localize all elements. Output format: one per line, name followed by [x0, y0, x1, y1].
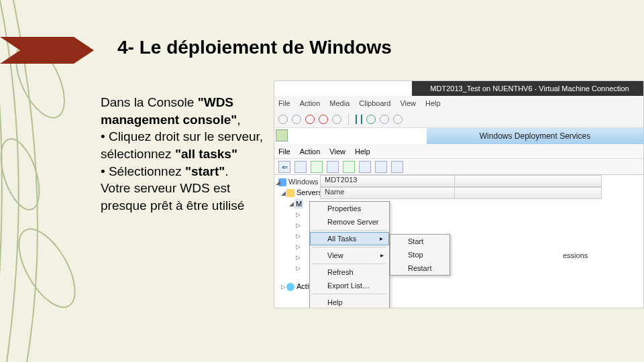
tree-collapse-icon[interactable]: ◢ — [289, 200, 294, 207]
vm-save-icon[interactable] — [332, 115, 341, 124]
vm-titlebar: MDT2013_Test on NUENTHV6 - Virtual Machi… — [412, 81, 643, 96]
toolbar-button[interactable] — [359, 161, 371, 173]
vm-checkpoint-icon[interactable] — [380, 115, 389, 124]
screenshot-panel: MDT2013_Test on NUENTHV6 - Virtual Machi… — [274, 80, 644, 308]
right-pane-partial: essions — [563, 251, 588, 259]
wds-menu-action[interactable]: Action — [300, 147, 321, 156]
wds-menu-help[interactable]: Help — [355, 147, 370, 156]
vm-ctl-icon[interactable] — [278, 115, 288, 124]
wds-menubar: File Action View Help — [274, 144, 644, 159]
ctx-separator — [313, 294, 386, 294]
tree-server-label: M — [296, 200, 302, 208]
help-button[interactable] — [375, 161, 387, 173]
vm-toolbar-separator — [348, 113, 349, 125]
vm-menu-media[interactable]: Media — [329, 99, 350, 107]
vm-poweroff-icon[interactable] — [305, 115, 315, 124]
vm-toolbar — [274, 111, 644, 128]
vm-menu-action[interactable]: Action — [300, 99, 321, 107]
title-arrow-icon — [0, 37, 94, 64]
context-submenu-alltasks: Start Stop Restart — [390, 234, 450, 276]
tree-expand-icon[interactable]: ▷ — [296, 243, 301, 250]
tree-collapse-icon[interactable]: ◢ — [281, 190, 286, 196]
ctx-remove-server[interactable]: Remove Server — [310, 215, 389, 229]
content-columns: Name — [320, 187, 602, 199]
vm-pause-icon[interactable] — [356, 115, 357, 124]
ctx-restart[interactable]: Restart — [390, 261, 449, 275]
wds-titlebar: Windows Deployment Services — [427, 128, 643, 144]
content-col-name[interactable]: Name — [321, 188, 455, 198]
tree-servers-label: Servers — [297, 188, 322, 196]
ctx-export-list[interactable]: Export List… — [310, 279, 389, 292]
slide-title: 4- Le déploiement de Windows — [117, 37, 392, 58]
toolbar-button[interactable] — [327, 161, 339, 173]
tree-expand-icon[interactable]: ▷ — [296, 265, 301, 272]
bullet1-bold: "all tasks" — [175, 147, 237, 161]
tree-collapse-icon[interactable]: ◢ — [276, 179, 280, 186]
tree-expand-icon[interactable]: ▷ — [281, 284, 286, 290]
content-header: MDT2013 — [320, 175, 602, 187]
bullet2-after: . — [225, 164, 228, 178]
wds-app-icon — [276, 129, 288, 141]
tree-servers[interactable]: Servers — [286, 188, 322, 197]
svg-marker-3 — [0, 37, 94, 64]
ctx-separator — [313, 247, 386, 247]
slide-body: Dans la Console "WDS management console"… — [101, 94, 275, 214]
tree-expand-icon[interactable]: ▷ — [296, 211, 301, 218]
wds-menu-file[interactable]: File — [278, 147, 290, 156]
toolbar-button[interactable] — [343, 161, 355, 173]
vm-start-icon[interactable] — [366, 115, 376, 124]
tree-expand-icon[interactable]: ▷ — [296, 222, 301, 229]
bullet1: • Cliquez droit sur le serveur, — [101, 129, 263, 143]
tree-expand-icon[interactable]: ▷ — [296, 233, 301, 239]
ctx-start[interactable]: Start — [390, 235, 449, 248]
right-pane-text: essions — [563, 251, 588, 259]
vm-ctl-icon[interactable] — [292, 115, 301, 124]
tree-server-selected[interactable]: M — [294, 199, 303, 208]
ctx-refresh[interactable]: Refresh — [310, 265, 389, 279]
wds-toolbar — [274, 159, 644, 175]
body-after1: , — [237, 113, 240, 127]
vm-shutdown-icon[interactable] — [319, 115, 328, 124]
vm-menu-clipboard[interactable]: Clipboard — [359, 99, 390, 107]
body-tail: Votre serveur WDS est presque prêt à êtr… — [101, 181, 244, 213]
body-pre: Dans la Console — [101, 95, 198, 109]
ctx-stop[interactable]: Stop — [390, 248, 449, 261]
vm-menu-help[interactable]: Help — [425, 99, 441, 107]
content-header-tab[interactable]: MDT2013 — [321, 176, 455, 186]
svg-point-2 — [8, 221, 87, 316]
toolbar-button[interactable] — [311, 161, 323, 173]
wds-menu-view[interactable]: View — [329, 147, 345, 156]
vm-revert-icon[interactable] — [393, 115, 402, 124]
context-menu-server: Properties Remove Server All Tasks View … — [309, 201, 390, 308]
wds-title-text: Windows Deployment Services — [480, 131, 590, 141]
ctx-help[interactable]: Help — [310, 296, 389, 308]
bullet2-pre: • Sélectionnez — [101, 164, 185, 178]
ctx-view[interactable]: View — [310, 249, 389, 262]
ctx-all-tasks[interactable]: All Tasks — [310, 232, 389, 245]
ctx-properties[interactable]: Properties — [310, 202, 389, 215]
vm-menu-view[interactable]: View — [400, 99, 416, 107]
bullet2-bold: "start" — [185, 164, 225, 178]
vm-title-text: MDT2013_Test on NUENTHV6 - Virtual Machi… — [416, 84, 643, 93]
ctx-separator — [313, 230, 386, 231]
ctx-separator — [313, 263, 386, 264]
back-button[interactable] — [278, 161, 290, 173]
vm-pause-icon[interactable] — [361, 115, 362, 124]
tree-expand-icon[interactable]: ▷ — [296, 254, 301, 261]
bullet1-post-pre: sélectionnez — [101, 147, 175, 161]
forward-button[interactable] — [294, 161, 307, 173]
svg-point-1 — [0, 134, 47, 214]
vm-menubar: File Action Media Clipboard View Help — [274, 96, 644, 111]
vm-menu-file[interactable]: File — [278, 99, 290, 107]
toolbar-button[interactable] — [391, 161, 403, 173]
